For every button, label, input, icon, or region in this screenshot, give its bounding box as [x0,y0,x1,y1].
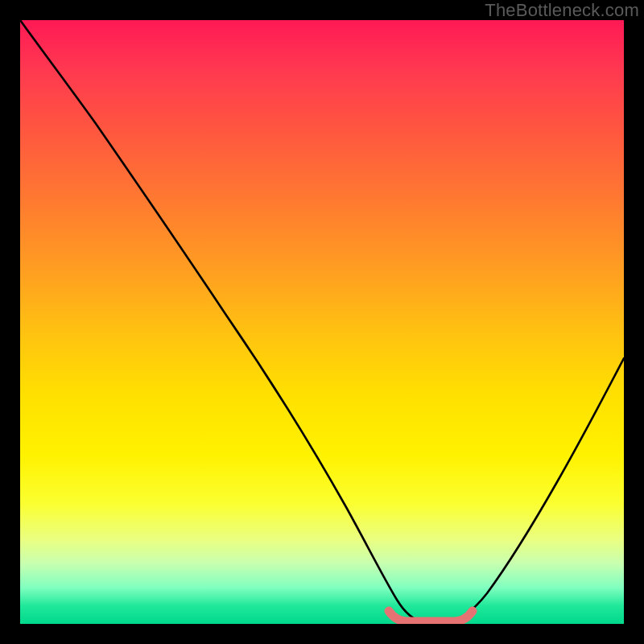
sweet-spot-band [389,611,473,621]
watermark-label: TheBottleneck.com [485,0,639,21]
chart-frame: TheBottleneck.com [0,0,644,644]
chart-svg [20,20,624,624]
plot-area [20,20,624,624]
bottleneck-curve [20,20,624,621]
